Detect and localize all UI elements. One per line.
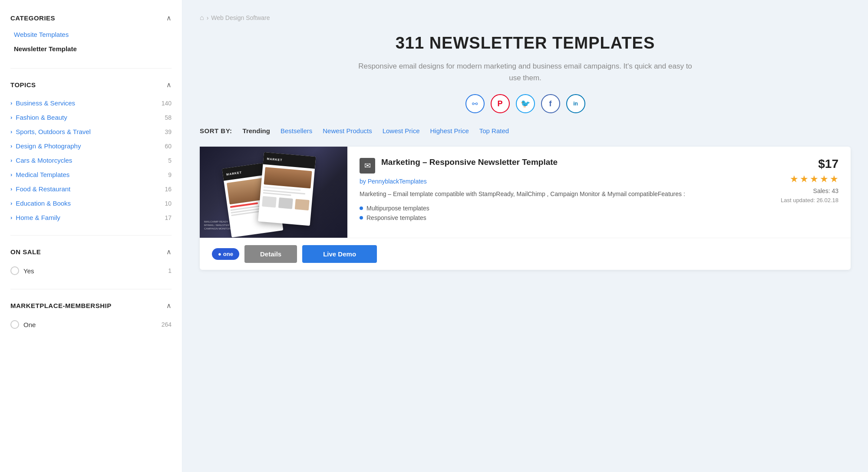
facebook-share-button[interactable]: f — [541, 94, 560, 113]
social-icons-row: ⚯ P 🐦 f in — [200, 94, 851, 113]
categories-collapse-icon[interactable]: ∧ — [166, 14, 172, 22]
marketplace-collapse-icon[interactable]: ∧ — [166, 302, 172, 310]
home-icon[interactable]: ⌂ — [200, 14, 204, 22]
topic-count: 16 — [165, 186, 172, 193]
topic-item[interactable]: › Home & Family 17 — [10, 210, 172, 225]
topic-item[interactable]: › Design & Photography 60 — [10, 139, 172, 153]
product-image: MARKET — [200, 147, 347, 238]
sort-option-highest-price[interactable]: Highest Price — [430, 127, 469, 134]
topic-item-left: › Food & Restaurant — [10, 185, 70, 193]
bullet-2 — [360, 216, 363, 220]
details-button[interactable]: Details — [244, 245, 297, 263]
breadcrumb-separator: › — [207, 14, 209, 21]
sales-count: 43 — [832, 187, 838, 194]
radio-count: 1 — [168, 267, 172, 274]
sort-option-newest-products[interactable]: Newest Products — [323, 127, 372, 134]
topic-item[interactable]: › Cars & Motorcycles 5 — [10, 153, 172, 167]
topic-item[interactable]: › Food & Restaurant 16 — [10, 182, 172, 196]
categories-current: Newsletter Template — [10, 43, 172, 54]
linkedin-share-button[interactable]: in — [566, 94, 585, 113]
sort-bar: SORT BY: TrendingBestsellersNewest Produ… — [200, 127, 851, 134]
topics-section: TOPICS ∧ › Business & Services 140 › Fas… — [10, 81, 172, 236]
product-card-inner: MARKET — [200, 147, 851, 270]
marketplace-option[interactable]: One 264 — [10, 317, 172, 332]
topic-count: 17 — [165, 214, 172, 221]
product-name: Marketing – Responsive Newsletter Templa… — [381, 157, 558, 168]
on-sale-header: ON SALE ∧ — [10, 248, 172, 256]
pinterest-share-button[interactable]: P — [491, 94, 510, 113]
on-sale-collapse-icon[interactable]: ∧ — [166, 248, 172, 256]
bullet-1 — [360, 206, 363, 210]
breadcrumb: ⌂ › Web Design Software — [200, 14, 851, 22]
author-prefix: by — [360, 178, 366, 185]
product-main-row: MARKET — [200, 147, 851, 238]
marketplace-header: MARKETPLACE-MEMBERSHIP ∧ — [10, 302, 172, 310]
topic-item[interactable]: › Sports, Outdoors & Travel 39 — [10, 125, 172, 139]
topic-count: 140 — [162, 100, 172, 107]
twitter-share-button[interactable]: 🐦 — [516, 94, 535, 113]
breadcrumb-link[interactable]: Web Design Software — [211, 14, 270, 21]
feature-1-text: Multipurpose templates — [366, 205, 429, 212]
product-features: Multipurpose templates Responsive templa… — [360, 203, 760, 223]
star-3: ★ — [810, 174, 818, 185]
radio-circle[interactable] — [10, 320, 19, 329]
categories-section: CATEGORIES ∧ Website Templates Newslette… — [10, 14, 172, 69]
product-info: ✉ Marketing – Responsive Newsletter Temp… — [347, 147, 772, 238]
topics-header: TOPICS ∧ — [10, 81, 172, 89]
live-demo-button[interactable]: Live Demo — [302, 245, 377, 263]
one-membership-badge: ● one — [212, 248, 239, 260]
topic-item[interactable]: › Business & Services 140 — [10, 96, 172, 110]
mockup-thumbs — [262, 196, 310, 210]
topic-label: Sports, Outdoors & Travel — [16, 128, 91, 135]
topic-count: 10 — [165, 200, 172, 207]
topic-count: 58 — [165, 114, 172, 121]
mockup-page-2: MARKET — [258, 152, 316, 226]
topic-chevron-icon: › — [10, 128, 12, 135]
topic-chevron-icon: › — [10, 171, 12, 178]
product-type-icon: ✉ — [360, 158, 375, 174]
topics-collapse-icon[interactable]: ∧ — [166, 81, 172, 89]
topic-item[interactable]: › Medical Templates 9 — [10, 167, 172, 182]
sort-option-top-rated[interactable]: Top Rated — [479, 127, 509, 134]
marketplace-title: MARKETPLACE-MEMBERSHIP — [10, 302, 112, 309]
topic-count: 9 — [168, 171, 172, 178]
sort-option-bestsellers[interactable]: Bestsellers — [281, 127, 312, 134]
product-title: Marketing – Responsive Newsletter Templa… — [381, 157, 558, 168]
author-link[interactable]: PennyblackTemplates — [368, 178, 427, 185]
topic-label: Medical Templates — [16, 171, 69, 178]
feature-2: Responsive templates — [360, 213, 760, 223]
topics-title: TOPICS — [10, 81, 36, 88]
topic-item-left: › Business & Services — [10, 99, 75, 107]
categories-nav: Website Templates Newsletter Template — [10, 29, 172, 54]
topic-item[interactable]: › Fashion & Beauty 58 — [10, 110, 172, 125]
topic-label: Fashion & Beauty — [16, 114, 67, 121]
radio-label: Yes — [23, 267, 34, 275]
star-4: ★ — [820, 174, 828, 185]
topic-label: Home & Family — [16, 214, 60, 221]
product-image-wrap[interactable]: MARKET — [200, 147, 347, 238]
on-sale-section: ON SALE ∧ Yes 1 — [10, 248, 172, 289]
star-5: ★ — [830, 174, 838, 185]
sort-option-lowest-price[interactable]: Lowest Price — [383, 127, 420, 134]
mockup-body-2 — [259, 164, 315, 213]
mockup-brand-2: MARKET — [267, 157, 282, 161]
product-updated: Last updated: 26.02.18 — [781, 197, 838, 203]
topic-item-left: › Sports, Outdoors & Travel — [10, 128, 91, 135]
product-actions: ● one Details Live Demo — [200, 238, 851, 270]
main-content: ⌂ › Web Design Software 311 NEWSLETTER T… — [182, 0, 868, 472]
topic-chevron-icon: › — [10, 143, 12, 149]
radio-circle[interactable] — [10, 266, 19, 275]
mockup-img-2 — [264, 167, 312, 188]
categories-header: CATEGORIES ∧ — [10, 14, 172, 22]
topic-label: Education & Books — [16, 200, 71, 207]
on-sale-option[interactable]: Yes 1 — [10, 263, 172, 279]
categories-parent-link[interactable]: Website Templates — [10, 29, 172, 40]
product-title-row: ✉ Marketing – Responsive Newsletter Temp… — [360, 157, 760, 174]
sidebar: CATEGORIES ∧ Website Templates Newslette… — [0, 0, 182, 472]
mockup-brand: MARKET — [226, 171, 242, 176]
sort-option-trending[interactable]: Trending — [243, 127, 270, 134]
sort-label: SORT BY: — [200, 127, 232, 134]
topic-item[interactable]: › Education & Books 10 — [10, 196, 172, 210]
link-share-button[interactable]: ⚯ — [465, 94, 485, 113]
topic-item-left: › Design & Photography — [10, 142, 81, 150]
